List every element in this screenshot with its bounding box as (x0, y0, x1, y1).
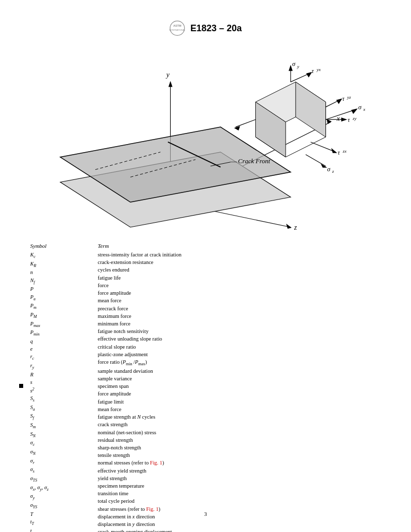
table-row: σy (30, 492, 96, 501)
table-row: force amplitude (98, 390, 381, 397)
symbol-cell: s2 (30, 386, 86, 394)
header: ASTM INTERNATIONAL E1823 – 20a (30, 20, 381, 36)
table-row: q (30, 338, 96, 345)
svg-text:σ: σ (292, 60, 296, 68)
table-row: total cycle period (98, 497, 381, 505)
svg-marker-4 (168, 81, 172, 87)
table-row: stress-intensity factor at crack initiat… (98, 251, 381, 258)
table-row: effective yield strength (98, 467, 381, 475)
table-row: Nf (30, 277, 96, 286)
table-row: minimum force (98, 320, 381, 327)
svg-text:—: — (230, 157, 237, 165)
svg-text:τ: τ (342, 95, 345, 102)
symbol-cell: n (30, 269, 86, 276)
table-row: mean force (98, 406, 381, 413)
table-row: residual strength (98, 436, 381, 444)
table-row: tT (30, 518, 96, 527)
svg-text:σ: σ (327, 165, 331, 173)
table-row: T (30, 510, 96, 518)
symbol-cell: Pmin (30, 328, 86, 338)
symbol-cell: ry (30, 362, 86, 371)
table-row: Pm (30, 302, 96, 311)
symbol-cell: ts (30, 527, 86, 532)
symbol-cell: Pmax (30, 320, 86, 329)
symbol-cell: Sf (30, 412, 86, 421)
table-row: rc (30, 353, 96, 362)
table-row: Ss (30, 394, 96, 404)
table-row: cycles endured (98, 266, 381, 274)
svg-line-42 (306, 155, 326, 166)
svg-text:τ: τ (312, 68, 314, 75)
symbol-cell: PM (30, 311, 86, 320)
svg-text:y: y (165, 71, 170, 79)
symbol-table: Symbol Kc KR n Nf P Pa (30, 243, 381, 532)
symbol-cell: Pa (30, 293, 86, 302)
table-row: sample standard deviation (98, 367, 381, 375)
table-row: specimen span (98, 382, 381, 390)
fig1-link-normal-stresses[interactable]: Fig. 1 (150, 460, 163, 466)
table-row: σYS (30, 501, 96, 510)
table-row: nominal (net-section) stress (98, 429, 381, 436)
svg-marker-13 (296, 82, 326, 137)
svg-text:τ: τ (348, 116, 350, 123)
standard-title: E1823 – 20a (190, 23, 242, 34)
table-row: ry (30, 362, 96, 371)
symbol-cell: Sm (30, 421, 86, 430)
svg-line-38 (326, 109, 356, 119)
symbol-cell: Kc (30, 251, 86, 260)
table-row: s2 (30, 386, 96, 394)
table-row: sharp-notch strength (98, 444, 381, 451)
symbol-cell: e (30, 345, 86, 353)
svg-text:Crack Front: Crack Front (238, 157, 270, 165)
table-row: shear stresses (refer to Fig. 1) (98, 505, 381, 513)
table-row: Sm (30, 421, 96, 430)
table-row: n (30, 269, 96, 276)
svg-marker-10 (286, 224, 292, 229)
table-row: σs (30, 466, 96, 475)
table-row: Pmax (30, 320, 96, 329)
svg-text:yz: yz (347, 95, 351, 100)
svg-text:ASTM: ASTM (173, 24, 181, 27)
svg-text:x: x (363, 107, 365, 112)
svg-text:σ: σ (358, 103, 362, 111)
symbol-cell: σx, σy, σz (30, 484, 86, 493)
page: ASTM INTERNATIONAL E1823 – 20a y x z (0, 0, 411, 532)
svg-line-46 (236, 119, 256, 127)
symbol-cell: σN (30, 448, 86, 457)
table-row: σx, σy, σz (30, 484, 96, 493)
svg-marker-35 (331, 148, 337, 153)
svg-text:yx: yx (316, 67, 321, 72)
table-row: Kc (30, 251, 96, 260)
symbol-cell: Pm (30, 302, 86, 311)
table-row: R (30, 371, 96, 378)
symbol-cell: P (30, 285, 86, 293)
fig1-link-shear-stresses[interactable]: Fig. 1 (146, 506, 159, 512)
table-row: force ratio (Pmin /Pmax) (98, 358, 381, 367)
symbol-cell: SN (30, 430, 86, 439)
table-row: PM (30, 311, 96, 320)
svg-text:z: z (332, 169, 334, 174)
table-row: Pa (30, 293, 96, 302)
page-number: 3 (204, 511, 207, 517)
table-row: fatigue strength at N cycles (98, 413, 381, 421)
table-row: Sa (30, 404, 96, 413)
table-row: displacement in y direction (98, 520, 381, 528)
symbol-cell: σc (30, 439, 86, 448)
table-row: precrack force (98, 305, 381, 312)
table-row: force amplitude (98, 289, 381, 297)
table-row: crack-extension resistance (98, 258, 381, 266)
symbol-cell: σYS (30, 501, 86, 510)
table-row: effective unloading slope ratio (98, 335, 381, 343)
svg-text:z: z (294, 224, 297, 231)
svg-marker-39 (351, 108, 358, 114)
symbol-cell: σTS (30, 475, 86, 484)
symbol-cell: T (30, 510, 86, 518)
table-row: fatigue limit (98, 398, 381, 406)
svg-marker-27 (336, 98, 342, 104)
table-row: σTS (30, 475, 96, 484)
symbol-cell: Sa (30, 404, 86, 413)
figure-area: y x z σ y (30, 41, 381, 233)
table-row: sample variance (98, 375, 381, 382)
table-row: critical slope ratio (98, 343, 381, 351)
symbol-cell: rc (30, 353, 86, 362)
